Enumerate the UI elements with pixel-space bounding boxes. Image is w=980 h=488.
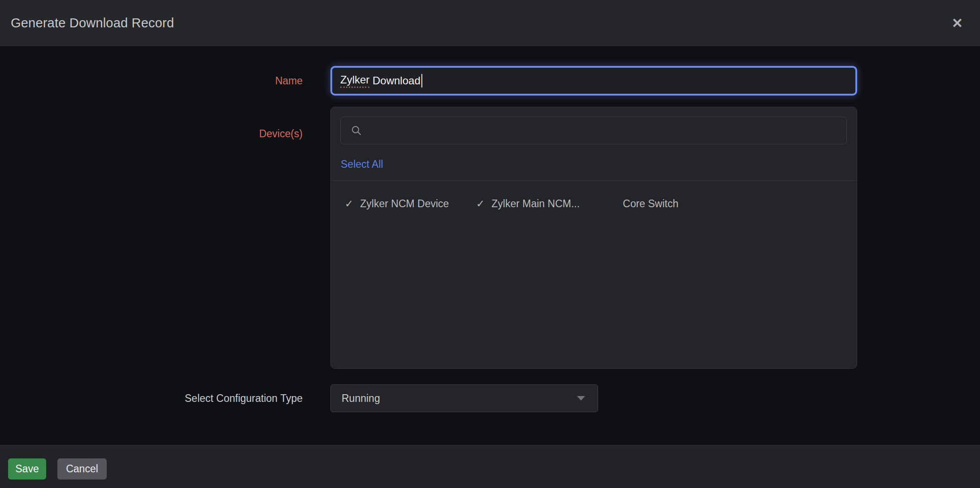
- select-all-link[interactable]: Select All: [341, 157, 383, 171]
- name-input-text-misspelled: Zylker: [340, 74, 369, 88]
- devices-label: Device(s): [0, 107, 303, 140]
- device-picker-toolbar: Select All: [331, 107, 857, 180]
- save-button[interactable]: Save: [8, 458, 46, 479]
- dialog-title: Generate Download Record: [11, 16, 174, 30]
- device-item-label: Zylker NCM Device: [360, 198, 449, 210]
- device-list: ✓ Zylker NCM Device ✓ Zylker Main NCM...…: [331, 181, 857, 210]
- device-item-label: Zylker Main NCM...: [491, 198, 580, 210]
- generate-download-record-dialog: Generate Download Record ✕ Name Zylker D…: [0, 0, 980, 488]
- check-icon: ✓: [345, 198, 353, 210]
- device-picker-panel: Select All ✓ Zylker NCM Device ✓ Zylker …: [330, 107, 857, 369]
- dialog-body: Name Zylker Download Device(s) Select Al…: [0, 46, 980, 445]
- name-input[interactable]: Zylker Download: [330, 66, 857, 96]
- device-item-core-switch[interactable]: ✓ Core Switch: [607, 198, 739, 210]
- device-item-zylker-ncm-device[interactable]: ✓ Zylker NCM Device: [345, 198, 476, 210]
- close-icon[interactable]: ✕: [952, 17, 963, 30]
- device-item-label: Core Switch: [623, 198, 678, 210]
- name-input-text-rest: Download: [369, 74, 420, 87]
- name-label: Name: [0, 74, 303, 87]
- search-icon: [351, 125, 362, 136]
- text-cursor: [421, 74, 422, 87]
- device-item-zylker-main-ncm[interactable]: ✓ Zylker Main NCM...: [476, 198, 607, 210]
- name-field-row: Name Zylker Download: [0, 46, 980, 96]
- dialog-footer: Save Cancel: [0, 445, 980, 488]
- config-type-label: Select Configuration Type: [0, 392, 303, 405]
- config-type-selected-value: Running: [342, 392, 380, 405]
- config-type-field-row: Select Configuration Type Running: [0, 384, 980, 412]
- config-type-select[interactable]: Running: [330, 384, 598, 412]
- device-search-input[interactable]: [340, 117, 847, 144]
- dialog-header: Generate Download Record ✕: [0, 0, 980, 46]
- check-icon: ✓: [476, 198, 485, 210]
- devices-field-row: Device(s) Select All ✓ Zylker NCM: [0, 107, 980, 369]
- chevron-down-icon: [577, 396, 585, 401]
- cancel-button[interactable]: Cancel: [57, 458, 107, 479]
